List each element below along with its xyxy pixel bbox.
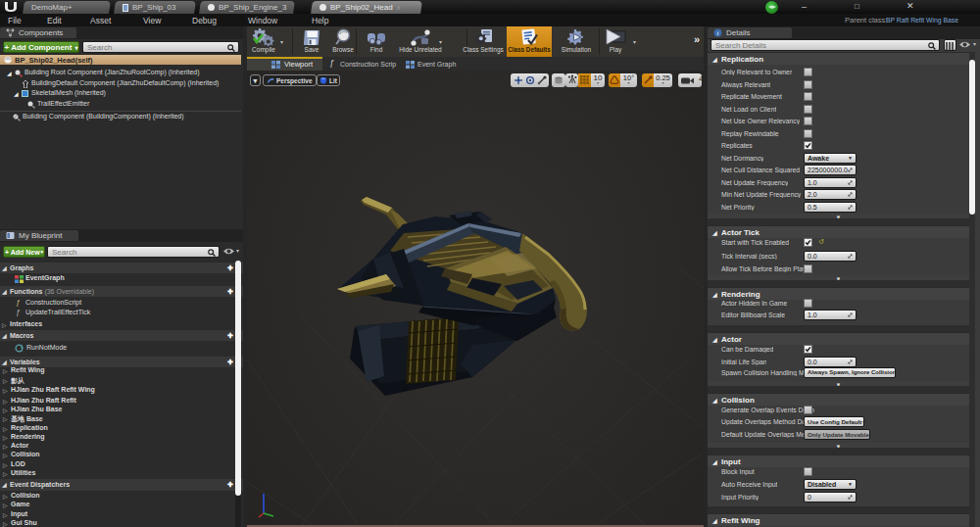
svg-text:i: i	[717, 29, 719, 37]
